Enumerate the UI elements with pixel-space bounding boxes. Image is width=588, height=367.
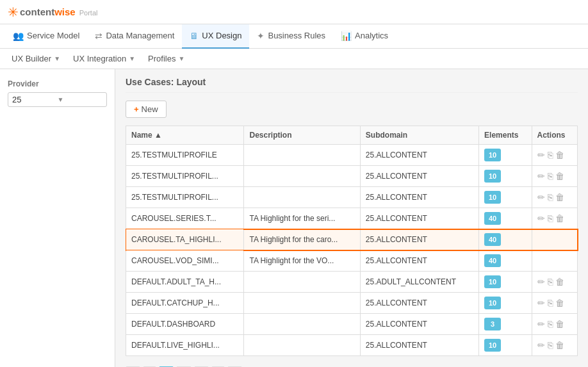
- nav-item-service-model[interactable]: 👥 Service Model: [5, 24, 87, 49]
- nav-item-business-rules[interactable]: ✦ Business Rules: [249, 24, 333, 49]
- provider-select[interactable]: 25 ▼: [8, 92, 107, 107]
- cell-subdomain: 25.ALLCONTENT: [360, 293, 478, 314]
- sub-nav-ux-integration[interactable]: UX Integration ▼: [67, 49, 142, 69]
- chevron-down-icon: ▼: [129, 55, 135, 62]
- cell-description: TA Highlight for the seri...: [244, 208, 360, 229]
- chevron-down-icon: ▼: [178, 55, 184, 62]
- nav-item-ux-design[interactable]: 🖥 UX Design: [182, 24, 249, 49]
- elements-badge: 40: [484, 254, 501, 267]
- delete-icon[interactable]: 🗑: [555, 277, 564, 287]
- cell-elements: 3: [479, 314, 532, 335]
- cell-name: CAROUSEL.TA_HIGHLI...: [126, 229, 244, 250]
- copy-icon[interactable]: ⎘: [548, 150, 553, 160]
- sub-nav-label: Profiles: [148, 54, 176, 63]
- service-model-icon: 👥: [13, 31, 24, 41]
- elements-badge: 10: [484, 275, 501, 288]
- table-row: 25.TESTMULTIPROFIL...25.ALLCONTENT10 ✏ ⎘…: [126, 187, 578, 208]
- nav-item-label: Data Management: [106, 31, 174, 40]
- elements-badge: 10: [484, 191, 501, 204]
- logo: ✳ contentwise Portal: [8, 4, 97, 20]
- plus-icon: +: [134, 104, 139, 114]
- edit-icon[interactable]: ✏: [537, 213, 545, 224]
- edit-icon[interactable]: ✏: [537, 340, 545, 350]
- cell-description: [244, 187, 360, 208]
- nav-item-label: Service Model: [27, 31, 79, 40]
- edit-icon[interactable]: ✏: [537, 298, 545, 308]
- provider-value: 25: [12, 95, 58, 104]
- new-button-label: New: [142, 104, 158, 114]
- cell-elements: 40: [479, 229, 532, 250]
- cell-elements: 40: [479, 208, 532, 229]
- cell-description: [244, 166, 360, 187]
- copy-icon[interactable]: ⎘: [548, 192, 553, 202]
- nav-item-data-management[interactable]: ⇄ Data Management: [87, 24, 182, 49]
- cell-actions: ✏ ⎘ 🗑: [532, 187, 578, 208]
- main-nav: 👥 Service Model ⇄ Data Management 🖥 UX D…: [0, 24, 588, 49]
- table-row: DEFAULT.LIVE_HIGHLI...25.ALLCONTENT10 ✏ …: [126, 335, 578, 356]
- cell-elements: 10: [479, 272, 532, 293]
- cell-subdomain: 25.ALLCONTENT: [360, 229, 478, 250]
- cell-name: DEFAULT.ADULT_TA_H...: [126, 272, 244, 293]
- cell-subdomain: 25.ALLCONTENT: [360, 187, 478, 208]
- edit-icon[interactable]: ✏: [537, 171, 545, 181]
- cell-subdomain: 25.ADULT_ALLCONTENT: [360, 272, 478, 293]
- cell-actions: ✏ ⎘ 🗑: [532, 272, 578, 293]
- delete-icon[interactable]: 🗑: [555, 171, 564, 181]
- table-row: CAROUSEL.VOD_SIMI...TA Highlight for the…: [126, 250, 578, 272]
- section-title: Use Cases: Layout: [126, 77, 578, 93]
- edit-icon[interactable]: ✏: [537, 150, 545, 160]
- cell-description: [244, 335, 360, 356]
- elements-badge: 10: [484, 149, 501, 161]
- sub-nav-profiles[interactable]: Profiles ▼: [142, 49, 191, 69]
- cell-name: 25.TESTMULTIPROFILE: [126, 145, 244, 166]
- cell-actions: ✏ ⎘ 🗑: [532, 314, 578, 335]
- copy-icon[interactable]: ⎘: [548, 213, 553, 224]
- content-area: Provider 25 ▼ Use Cases: Layout + New Na…: [0, 69, 588, 367]
- copy-icon[interactable]: ⎘: [548, 319, 553, 329]
- edit-icon[interactable]: ✏: [537, 277, 545, 287]
- copy-icon[interactable]: ⎘: [548, 340, 553, 350]
- cell-name: DEFAULT.CATCHUP_H...: [126, 293, 244, 314]
- cell-actions: ✏ ⎘ 🗑: [532, 166, 578, 187]
- copy-icon[interactable]: ⎘: [548, 298, 553, 308]
- table-row: 25.TESTMULTIPROFILE25.ALLCONTENT10 ✏ ⎘ 🗑: [126, 145, 578, 166]
- cell-elements: 10: [479, 145, 532, 166]
- delete-icon[interactable]: 🗑: [555, 298, 564, 308]
- sidebar: Provider 25 ▼: [0, 69, 115, 367]
- business-rules-icon: ✦: [257, 31, 265, 41]
- elements-badge: 40: [484, 233, 501, 246]
- elements-badge: 10: [484, 297, 501, 309]
- col-elements: Elements: [479, 126, 532, 145]
- cell-description: [244, 145, 360, 166]
- copy-icon[interactable]: ⎘: [548, 171, 553, 181]
- col-name[interactable]: Name ▲: [126, 126, 244, 145]
- cell-description: TA Highlight for the VO...: [244, 250, 360, 272]
- cell-subdomain: 25.ALLCONTENT: [360, 314, 478, 335]
- delete-icon[interactable]: 🗑: [555, 213, 564, 224]
- delete-icon[interactable]: 🗑: [555, 192, 564, 202]
- logo-icon: ✳: [8, 4, 19, 20]
- delete-icon[interactable]: 🗑: [555, 340, 564, 350]
- delete-icon[interactable]: 🗑: [555, 319, 564, 329]
- cell-name: 25.TESTMULTIPROFIL...: [126, 166, 244, 187]
- sub-nav: UX Builder ▼ UX Integration ▼ Profiles ▼: [0, 49, 588, 69]
- provider-label: Provider: [8, 79, 107, 88]
- cell-description: [244, 293, 360, 314]
- edit-icon[interactable]: ✏: [537, 192, 545, 202]
- cell-actions: ✏ ⎘ 🗑: [532, 293, 578, 314]
- cell-subdomain: 25.ALLCONTENT: [360, 145, 478, 166]
- portal-label: Portal: [79, 9, 98, 17]
- edit-icon[interactable]: ✏: [537, 319, 545, 329]
- cell-subdomain: 25.ALLCONTENT: [360, 208, 478, 229]
- new-button[interactable]: + New: [126, 101, 167, 118]
- copy-icon[interactable]: ⎘: [548, 277, 553, 287]
- nav-item-label: Business Rules: [268, 31, 325, 40]
- nav-item-analytics[interactable]: 📊 Analytics: [333, 24, 396, 49]
- sub-nav-ux-builder[interactable]: UX Builder ▼: [5, 49, 67, 69]
- cell-name: DEFAULT.LIVE_HIGHLI...: [126, 335, 244, 356]
- delete-icon[interactable]: 🗑: [555, 150, 564, 160]
- chevron-down-icon: ▼: [58, 96, 103, 103]
- elements-badge: 3: [484, 318, 501, 330]
- data-table: Name ▲ Description Subdomain Elements Ac…: [126, 126, 578, 356]
- elements-badge: 40: [484, 212, 501, 225]
